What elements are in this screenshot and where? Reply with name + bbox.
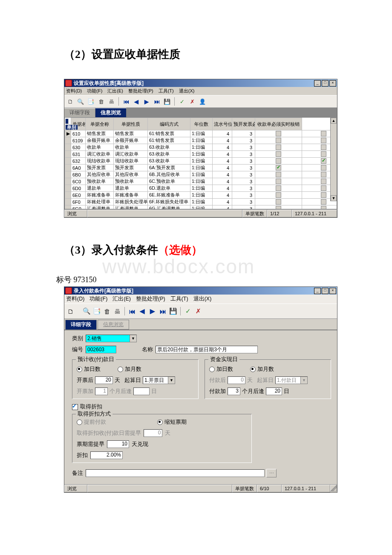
preview-icon-2[interactable]: 🔍 [82,307,91,315]
table-row[interactable]: 6D0退款单退款单6D.退款单1:日编43 [65,185,337,192]
start-date-select-1[interactable]: 1.开票日 ▼ [143,376,175,384]
remark-lookup-button[interactable]: ⋯ [266,469,277,477]
cell-chk1[interactable] [255,205,302,209]
table-row[interactable]: 630收款单收款单63.收款单1:日编43 [65,144,337,151]
nav-prev-icon[interactable]: ◀ [132,97,141,106]
col-enc[interactable]: 编码方式 [148,118,190,130]
cell-chk1[interactable] [255,171,302,178]
cell-chk1[interactable] [255,199,302,205]
col-yr[interactable]: 年位数 [190,118,213,130]
preview-icon[interactable]: 🔍 [76,97,85,106]
resize-grip[interactable] [330,485,337,491]
nav-last-icon-2[interactable]: ⏭ [159,307,167,315]
menu2-data[interactable]: 资料(D) [66,295,84,303]
copy-icon[interactable]: 📑 [86,97,95,106]
table-row[interactable]: 6E0坏账准备单坏账准备单6E.坏账准备单1:日编43 [65,192,337,199]
scroll-down-icon[interactable]: ▼ [331,195,337,201]
table-row[interactable]: 6109余额开账单余额开账单61:销售发票1:日编43 [65,137,337,144]
cancel-icon-2[interactable]: ✗ [194,307,202,315]
nav-last-icon[interactable]: ⏭ [153,97,161,106]
radio-shorten-bill[interactable] [157,419,163,425]
confirm-icon-2[interactable]: ✓ [184,307,192,315]
menu2-exit[interactable]: 退出(X) [193,295,212,303]
cell-chk1[interactable] [255,158,302,165]
col-chk2[interactable]: 收款单必须实时核销 [255,118,302,130]
menu-tools[interactable]: 工具(T) [159,88,174,94]
tab-detail-2[interactable]: 详细字段 [65,320,97,330]
code-input[interactable]: 002603 [86,346,116,353]
save-icon-2[interactable]: 💾 [169,307,177,315]
nav-next-icon[interactable]: ▶ [142,97,151,106]
menu2-export[interactable]: 汇出(E) [112,295,131,303]
cell-chk1[interactable] [255,178,302,185]
col-nature[interactable]: 单据性质 [114,118,148,130]
titlebar-1[interactable]: 设置应收单据性质[高级教学版] _ □ × [64,79,337,87]
radio-add-months-2[interactable] [250,367,256,372]
after-invoice-days[interactable]: 20 [95,376,113,384]
dropdown-icon[interactable]: ▼ [130,335,136,342]
radio-add-days-1[interactable] [77,367,82,372]
table-row[interactable]: 6B0其他应收单其他应收单6B.其他应收单1:日编43 [65,171,337,178]
menu-data[interactable]: 资料(D) [66,88,82,94]
menu-func[interactable]: 功能(F) [87,88,102,94]
remark-input[interactable] [86,469,265,477]
scroll-up-icon[interactable]: ▲ [331,118,337,124]
menu2-tools[interactable]: 工具(T) [170,295,188,303]
close-button[interactable]: × [329,80,336,87]
new-doc-icon[interactable]: 🗋 [66,97,75,106]
table-row[interactable]: 6C0预收款单预收款单6C.预收款单1:日编43 [65,178,337,185]
nav-prev-icon-2[interactable]: ◀ [138,307,147,315]
dropdown-icon-sd2[interactable]: ▼ [300,377,307,384]
table-row[interactable]: 6G0汇差调整单汇差调整单6G.汇差调整单1:日编43 [65,205,337,209]
user-icon[interactable]: 👤 [198,97,207,106]
confirm-icon[interactable]: ✓ [178,97,186,106]
copy-icon-2[interactable]: 📑 [92,307,101,315]
tab-browse-2[interactable]: 信息浏览 [98,320,129,330]
menu2-func[interactable]: 功能(F) [89,295,107,303]
col-seq[interactable]: 流水号位数 [213,118,232,130]
table-row[interactable]: 631调汇收款单调汇收款单63.收款单1:日编43 [65,151,337,158]
delete-icon[interactable]: 🗑 [97,97,105,106]
bill-early-val[interactable]: 10 [107,440,129,448]
new-doc-icon-2[interactable]: 🗋 [66,307,75,315]
titlebar-2[interactable]: 录入付款条件[高级教学版] _ □ × [64,287,337,295]
radio-add-months-1[interactable] [118,367,123,372]
save-icon[interactable]: 💾 [163,97,171,106]
get-discount-checkbox[interactable] [72,404,78,410]
cell-chk1[interactable] [255,144,302,151]
minimize-button-2[interactable]: _ [314,288,321,294]
cell-chk1[interactable] [255,137,302,144]
category-select[interactable]: 2.销售 ▼ [86,335,137,342]
col-full[interactable]: 单据全称 [86,118,114,130]
col-code[interactable]: 单别 [65,124,78,130]
table-row[interactable]: ▶610销售发票销售发票61:销售发票1:日编43 [65,130,337,137]
table-row[interactable]: 6A0预开发票预开发票6A:预开发票1:日编43 [65,165,337,171]
pay-plus-val[interactable]: 3 [228,387,240,395]
nav-first-icon-2[interactable]: ⏮ [128,307,136,315]
cancel-icon[interactable]: ✗ [188,97,196,106]
grid-vscroll[interactable]: ▲ ▼ [330,118,337,201]
nav-first-icon[interactable]: ⏮ [122,97,130,106]
dropdown-icon-sd1[interactable]: ▼ [168,377,175,384]
close-button-2[interactable]: × [329,288,336,294]
table-row[interactable]: 6F0坏账处理单坏账损失处理单6F.坏账损失处理单1:日编43 [65,199,337,205]
cell-chk1[interactable] [255,165,302,171]
nav-next-icon-2[interactable]: ▶ [148,307,157,315]
tab-detail-1[interactable]: 详细字段 [64,108,95,117]
maximize-button-2[interactable]: □ [322,288,329,294]
col-chk1[interactable]: 预开发票必须核对订单 [232,118,255,130]
print-icon[interactable]: 🖶 [107,97,115,106]
pay-plus-day[interactable]: 20 [266,387,282,395]
radio-early-pay[interactable] [77,419,82,425]
minimize-button[interactable]: _ [314,80,321,87]
menu-export[interactable]: 汇出(E) [107,88,123,94]
table-row[interactable]: 632现结收款单现结收款单63.收款单1:日编43 [65,158,337,165]
cell-chk2[interactable] [302,205,337,209]
print-icon-2[interactable]: 🖶 [113,307,121,315]
cell-chk1[interactable] [255,192,302,199]
name-input[interactable]: 票后20日付款，票据日期3个月 [156,346,258,353]
radio-add-days-2[interactable] [209,367,215,372]
maximize-button[interactable]: □ [322,80,329,87]
start-date-select-2[interactable]: 1.付款日 ▼ [275,376,308,384]
cell-chk1[interactable] [255,151,302,158]
